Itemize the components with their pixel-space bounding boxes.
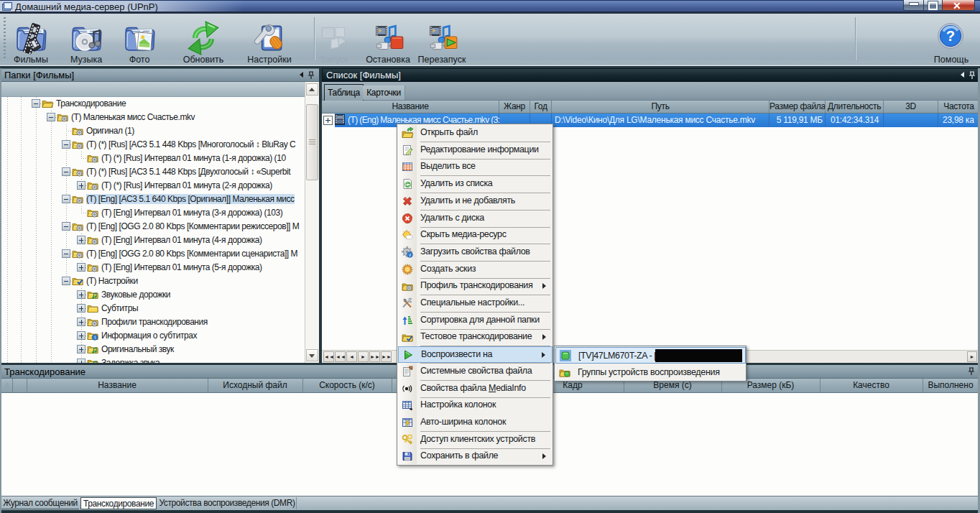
svg-text:i: i <box>95 335 96 340</box>
svg-text:?: ? <box>946 28 955 44</box>
